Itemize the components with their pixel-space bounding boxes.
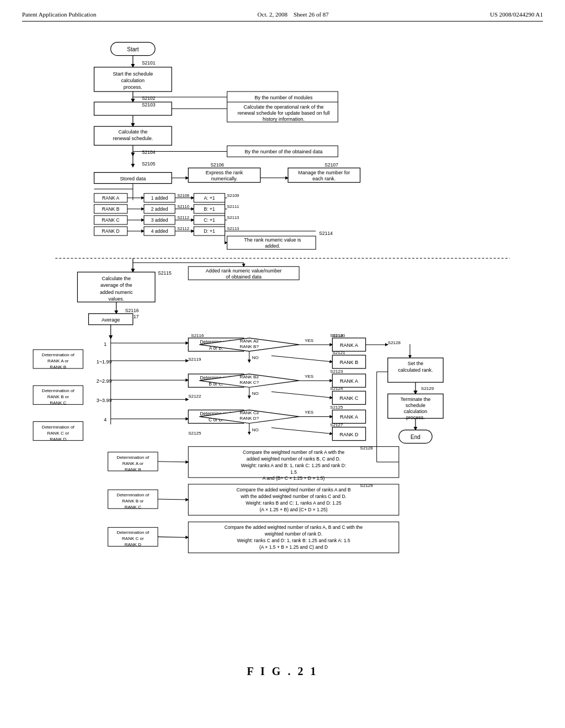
svg-text:Start: Start — [127, 46, 138, 52]
svg-text:1.5: 1.5 — [290, 469, 297, 475]
svg-text:of obtained data: of obtained data — [226, 274, 262, 280]
svg-text:RANK A: RANK A — [340, 414, 358, 420]
svg-text:A and (B+ C × 1.25 + D × 1.5): A and (B+ C × 1.25 + D × 1.5) — [263, 475, 325, 481]
page: Patent Application Publication Oct. 2, 2… — [0, 0, 565, 728]
svg-text:RANK A: RANK A — [102, 195, 120, 201]
figure-label: F I G . 2 1 — [22, 665, 543, 678]
svg-text:Calculate the operational rank: Calculate the operational rank of the — [244, 104, 324, 110]
svg-text:3~3.99: 3~3.99 — [97, 398, 112, 403]
svg-text:By the number of modules: By the number of modules — [254, 95, 313, 100]
svg-text:S2122: S2122 — [188, 394, 201, 399]
svg-text:Set the: Set the — [408, 361, 424, 366]
svg-text:RANK C: RANK C — [50, 400, 66, 405]
svg-text:S2116: S2116 — [191, 333, 204, 338]
svg-text:S2101: S2101 — [142, 60, 156, 66]
svg-text:Determination of: Determination of — [42, 425, 75, 430]
svg-text:Manage the number for: Manage the number for — [298, 170, 350, 175]
svg-text:Determination of: Determination of — [116, 455, 150, 460]
svg-text:RANK B: RANK B — [340, 360, 359, 365]
svg-text:S2121: S2121 — [332, 350, 345, 355]
svg-text:S2112: S2112 — [177, 226, 189, 231]
svg-text:Determination of: Determination of — [116, 530, 150, 535]
svg-text:RANK D: RANK D — [50, 437, 66, 442]
svg-text:Calculate the: Calculate the — [102, 276, 131, 281]
svg-text:RANK C: RANK C — [339, 395, 359, 401]
svg-text:S2113: S2113 — [227, 215, 239, 220]
svg-text:By the number of the obtained : By the number of the obtained data — [245, 149, 323, 154]
svg-line-240 — [158, 537, 188, 537]
svg-text:weighted number of rank D.: weighted number of rank D. — [264, 531, 323, 537]
svg-text:renewal schedule for update ba: renewal schedule for update based on ful… — [238, 110, 330, 116]
svg-text:2~2.99: 2~2.99 — [97, 378, 112, 384]
svg-text:RANK B: RANK B — [125, 467, 141, 472]
svg-text:Determination of: Determination of — [116, 493, 150, 497]
svg-text:Weight: ranks A and B: 1, rank: Weight: ranks A and B: 1, rank C: 1.25 a… — [241, 463, 347, 468]
svg-text:Weight: ranks C and D: 1, rank: Weight: ranks C and D: 1, rank B: 1.25 a… — [237, 538, 350, 543]
page-header: Patent Application Publication Oct. 2, 2… — [22, 11, 543, 22]
header-right: US 2008/0244290 A1 — [490, 11, 543, 18]
svg-text:1: 1 — [104, 341, 106, 347]
svg-text:calculated rank.: calculated rank. — [398, 367, 433, 373]
svg-text:added numeric: added numeric — [100, 290, 133, 295]
svg-text:RANK C: RANK C — [102, 217, 120, 223]
svg-text:S2103: S2103 — [142, 102, 156, 108]
svg-text:RANK B or: RANK B or — [47, 394, 70, 399]
svg-text:End: End — [411, 434, 420, 440]
svg-text:RANK A: RANK A — [340, 342, 358, 348]
svg-text:Compare the added weighted num: Compare the added weighted number of ran… — [225, 524, 363, 530]
svg-text:RANK D: RANK D — [102, 228, 120, 234]
svg-text:S2116: S2116 — [125, 308, 139, 313]
svg-text:process.: process. — [124, 84, 142, 90]
svg-text:The rank numeric value is: The rank numeric value is — [244, 237, 301, 243]
svg-text:RANK D?: RANK D? — [239, 416, 259, 421]
svg-text:with the added weighted number: with the added weighted number of ranks … — [240, 494, 347, 499]
svg-text:S2105: S2105 — [142, 161, 156, 167]
svg-text:S2119: S2119 — [188, 357, 201, 362]
svg-text:S2109: S2109 — [227, 193, 239, 198]
svg-text:RANK A or: RANK A or — [122, 461, 144, 466]
svg-text:YES: YES — [305, 410, 313, 415]
svg-line-179 — [271, 428, 332, 434]
svg-text:S2110: S2110 — [177, 204, 189, 209]
svg-text:S2106: S2106 — [210, 162, 224, 168]
svg-text:RANK C?: RANK C? — [239, 380, 259, 385]
svg-text:Calculate the: Calculate the — [119, 129, 148, 135]
svg-text:S2124: S2124 — [330, 386, 343, 391]
svg-text:S2127: S2127 — [330, 422, 343, 427]
svg-text:S2102: S2102 — [142, 95, 156, 101]
svg-text:YES: YES — [305, 338, 313, 343]
svg-line-161 — [271, 392, 332, 398]
svg-text:average of the: average of the — [100, 282, 132, 288]
svg-text:D: +1: D: +1 — [204, 228, 215, 234]
svg-text:S2113: S2113 — [227, 226, 239, 231]
svg-text:S2107: S2107 — [324, 162, 338, 168]
svg-text:RANK C or: RANK C or — [122, 536, 144, 541]
svg-text:A: +1: A: +1 — [204, 195, 215, 201]
svg-text:S2111: S2111 — [227, 204, 239, 209]
svg-text:RANK C or: RANK C or — [47, 431, 69, 436]
svg-text:3 added: 3 added — [151, 217, 168, 223]
svg-text:(A × 1.5 + B × 1.25 and C) and: (A × 1.5 + B × 1.25 and C) and D — [259, 544, 328, 550]
svg-text:1 added: 1 added — [151, 195, 168, 201]
svg-text:RANK A: RANK A — [340, 378, 358, 384]
svg-text:Start the schedule: Start the schedule — [113, 71, 153, 77]
svg-text:Compare the weighted number of: Compare the weighted number of rank A wi… — [243, 449, 344, 455]
svg-text:S2128: S2128 — [388, 340, 401, 345]
svg-rect-13 — [94, 102, 172, 115]
svg-text:added.: added. — [265, 243, 280, 249]
svg-text:history information.: history information. — [263, 116, 305, 122]
svg-text:Added rank numeric value/numbe: Added rank numeric value/number — [206, 268, 282, 274]
svg-text:Terminate the: Terminate the — [401, 397, 431, 402]
svg-text:Stored data: Stored data — [120, 176, 147, 181]
svg-line-238 — [158, 462, 188, 462]
svg-line-143 — [271, 356, 332, 362]
svg-text:NO: NO — [252, 355, 259, 360]
svg-text:Average: Average — [102, 317, 120, 323]
svg-text:S2108: S2108 — [177, 193, 189, 198]
svg-text:RANK B: RANK B — [50, 365, 66, 370]
svg-text:S2129: S2129 — [421, 386, 434, 391]
svg-text:RANK B?: RANK B? — [240, 344, 259, 349]
svg-text:4 added: 4 added — [151, 228, 168, 234]
svg-text:2 added: 2 added — [151, 206, 168, 212]
svg-text:RANK B≥: RANK B≥ — [240, 374, 259, 379]
